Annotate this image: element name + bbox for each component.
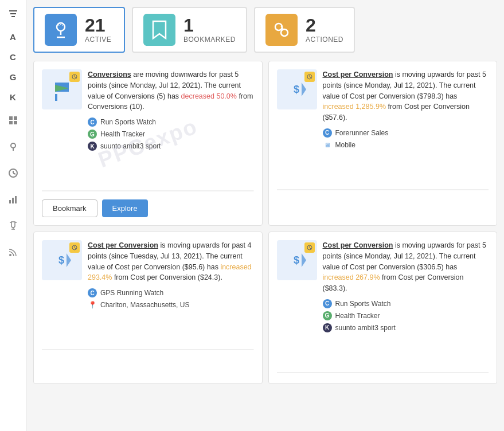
card-thumbnail (42, 69, 82, 109)
metric-name: Cost per Conversion (323, 241, 393, 249)
card-thumbnail: $ (277, 69, 317, 109)
svg-line-46 (75, 248, 76, 249)
tag-letter: C (323, 128, 332, 138)
svg-line-11 (13, 173, 15, 174)
thumb-badge[interactable] (69, 242, 80, 253)
card-header: $ Cost per Conversion is moving upwards … (277, 69, 489, 152)
svg-rect-14 (15, 196, 17, 203)
tag-text: suunto ambit3 sport (100, 141, 161, 151)
tag-letter: K (323, 323, 332, 332)
sparkline-area (42, 318, 254, 352)
tag-letter: G (323, 311, 332, 320)
bookmarked-count: 1 (183, 16, 236, 34)
change-value: decreased 50.0% (181, 92, 237, 100)
actioned-count: 2 (306, 16, 343, 34)
actioned-icon-box (265, 14, 298, 46)
svg-marker-43 (67, 253, 71, 267)
tag-item: C Run Sports Watch (88, 117, 254, 127)
svg-rect-5 (9, 121, 13, 124)
svg-text:$: $ (58, 254, 64, 266)
sidebar-item-k[interactable]: K (10, 92, 16, 102)
tag-list: C Run Sports Watch G Health Tracker K su… (323, 299, 489, 333)
actioned-stat-card[interactable]: 2 Actioned (254, 7, 355, 53)
grid-icon[interactable] (5, 112, 21, 128)
screen-tag-icon: 🖥 (323, 140, 332, 150)
feed-icon[interactable] (5, 244, 21, 260)
svg-marker-50 (302, 253, 306, 267)
tag-text: Forerunner Sales (335, 128, 389, 138)
active-label: Active (85, 36, 111, 44)
thumb-badge[interactable] (304, 72, 315, 82)
tag-item: C Run Sports Watch (323, 299, 489, 309)
svg-text:$: $ (294, 254, 299, 266)
metric-name: Cost per Conversion (88, 241, 158, 249)
tag-item: C Forerunner Sales (323, 128, 489, 138)
tag-item-location: 📍 Charlton, Massachusetts, US (88, 300, 254, 310)
svg-point-17 (9, 254, 11, 256)
insight-card-3: $ Cost per Conversion is moving upwards … (33, 232, 263, 384)
svg-point-25 (281, 29, 288, 36)
svg-text:$: $ (294, 84, 299, 95)
tag-text: Run Sports Watch (335, 299, 391, 309)
sparkline-area (277, 341, 489, 375)
bar-chart-icon[interactable] (5, 191, 21, 207)
tag-text: suunto ambit3 sport (335, 323, 396, 333)
sidebar-item-g[interactable]: G (10, 72, 17, 82)
card-header: $ Cost per Conversion is moving upwards … (277, 240, 489, 335)
metric-name: Cost per Conversion (323, 70, 393, 79)
tag-list: C Run Sports Watch G Health Tracker K su… (88, 117, 254, 151)
trophy-icon[interactable] (5, 218, 21, 234)
svg-line-22 (58, 25, 59, 26)
tag-list: C Forerunner Sales 🖥 Mobile (323, 128, 489, 150)
sidebar-item-c[interactable]: C (10, 52, 16, 62)
card-thumbnail: $ (277, 240, 317, 280)
tag-item: K suunto ambit3 sport (323, 323, 489, 333)
active-stat-card[interactable]: 21 Active (33, 7, 125, 53)
tag-letter: C (88, 117, 97, 127)
insight-card-1: PPCexpo Conversions are moving downwards… (33, 61, 263, 226)
tag-letter: K (88, 142, 97, 151)
tag-list: C GPS Running Watch 📍 Charlton, Massachu… (88, 288, 254, 310)
location-icon[interactable] (5, 139, 21, 155)
tag-text: GPS Running Watch (100, 288, 163, 298)
bookmarked-label: Bookmarked (183, 36, 236, 44)
tag-text: Health Tracker (100, 129, 145, 139)
card-body-text: Conversions are moving downwards for pas… (88, 69, 254, 154)
card-body-text: Cost per Conversion is moving upwards fo… (323, 69, 489, 152)
svg-rect-6 (14, 121, 17, 124)
card-body-text: Cost per Conversion is moving upwards fo… (88, 240, 254, 312)
sparkline-chart (277, 341, 489, 375)
change-value: increased 267.9% (323, 273, 380, 281)
bookmarked-stat-info: 1 Bookmarked (183, 16, 236, 44)
sparkline-chart (277, 158, 489, 193)
svg-rect-27 (55, 94, 57, 101)
svg-line-39 (310, 77, 311, 78)
bookmark-button[interactable]: Bookmark (42, 199, 97, 217)
tag-text: Charlton, Massachusetts, US (100, 300, 189, 310)
card-thumbnail: $ (42, 240, 82, 280)
svg-rect-13 (12, 198, 14, 203)
explore-button[interactable]: Explore (102, 199, 148, 217)
main-content: 21 Active 1 Bookmarked (26, 0, 504, 431)
active-icon-box (45, 14, 77, 46)
sparkline-chart (42, 159, 254, 194)
insight-card-2: $ Cost per Conversion is moving upwards … (268, 61, 498, 226)
tag-text: Mobile (335, 140, 355, 150)
tag-text: Run Sports Watch (100, 117, 156, 127)
thumb-badge[interactable] (69, 72, 80, 82)
bookmarked-stat-card[interactable]: 1 Bookmarked (132, 7, 247, 53)
sparkline-area (277, 158, 489, 193)
thumb-badge[interactable] (304, 242, 315, 253)
tag-text: Health Tracker (335, 311, 380, 321)
clock-icon[interactable] (5, 165, 21, 181)
stats-bar: 21 Active 1 Bookmarked (33, 7, 497, 53)
actioned-label: Actioned (306, 36, 343, 44)
card-header: Conversions are moving downwards for pas… (42, 69, 254, 154)
card-header: $ Cost per Conversion is moving upwards … (42, 240, 254, 312)
card-buttons: Bookmark Explore (42, 199, 254, 217)
sparkline-area (42, 159, 254, 194)
tag-item: G Health Tracker (88, 129, 254, 139)
sidebar-item-a[interactable]: A (10, 32, 16, 42)
card-body-text: Cost per Conversion is moving upwards fo… (323, 240, 489, 335)
filter-icon[interactable] (5, 6, 21, 22)
